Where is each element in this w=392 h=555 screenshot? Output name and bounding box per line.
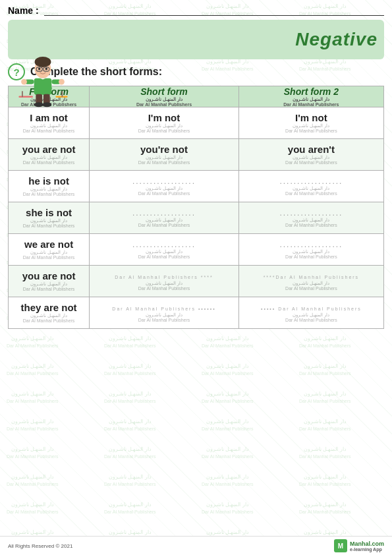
- header-short-form-2: Short form 2 دار المنهـل ناشـرونDar Al M…: [238, 86, 383, 107]
- short-form-2-cell[interactable]: .................. دار المنهـل ناشـرونDa…: [238, 202, 383, 234]
- copyright: All Rights Reserved © 2021: [8, 543, 72, 549]
- short-form-2-cell: I'm not دار المنهـل ناشـرونDar Al Manhal…: [238, 107, 383, 139]
- table-row: you are not دار المنهـل ناشـرونDar Al Ma…: [9, 266, 384, 297]
- footer: All Rights Reserved © 2021 M Manhal.com …: [0, 536, 392, 555]
- negative-title: Negative: [295, 29, 378, 50]
- svg-point-10: [21, 79, 27, 85]
- full-form-cell: you are not دار المنهـل ناشـرونDar Al Ma…: [9, 139, 90, 171]
- table-row: we are not دار المنهـل ناشـرونDar Al Man…: [9, 234, 384, 266]
- header-short-form: Short form دار المنهـل ناشـرونDar Al Man…: [90, 86, 239, 107]
- short-form-1-cell: you're not دار المنهـل ناشـرونDar Al Man…: [90, 139, 239, 171]
- boy-illustration: [13, 56, 72, 109]
- short-form-1-cell[interactable]: .................. دار المنهـل ناشـرونDa…: [90, 234, 239, 266]
- svg-point-15: [34, 102, 43, 107]
- table-row: he is not دار المنهـل ناشـرونDar Al Manh…: [9, 171, 384, 202]
- short-form-2-cell: you aren't دار المنهـل ناشـرونDar Al Man…: [238, 139, 383, 171]
- svg-rect-7: [34, 78, 52, 95]
- full-form-cell: you are not دار المنهـل ناشـرونDar Al Ma…: [9, 266, 90, 297]
- table-row: I am not دار المنهـل ناشـرونDar Al Manha…: [9, 107, 384, 139]
- table-row: she is not دار المنهـل ناشـرونDar Al Man…: [9, 202, 384, 234]
- short-form-2-cell[interactable]: ****Dar Al Manhal Publishers دار المنهـل…: [238, 266, 383, 297]
- short-form-2-cell[interactable]: .................. دار المنهـل ناشـرونDa…: [238, 171, 383, 202]
- logo-icon: M: [334, 539, 347, 552]
- full-form-cell: he is not دار المنهـل ناشـرونDar Al Manh…: [9, 171, 90, 202]
- name-section: Name :: [8, 5, 384, 16]
- footer-logo: M Manhal.com e-learning App: [334, 539, 384, 552]
- svg-point-3: [45, 68, 48, 71]
- short-form-1-cell[interactable]: Dar Al Manhal Publishers **** دار المنهـ…: [90, 266, 239, 297]
- short-form-1-cell[interactable]: Dar Al Manhal Publishers •••••• دار المن…: [90, 297, 239, 329]
- svg-point-1: [35, 57, 51, 67]
- svg-point-2: [38, 68, 41, 71]
- logo-sub: e-learning App: [350, 547, 384, 552]
- short-form-1-cell[interactable]: .................. دار المنهـل ناشـرونDa…: [90, 171, 239, 202]
- short-form-2-cell[interactable]: ••••• Dar Al Manhal Publishers دار المنه…: [238, 297, 383, 329]
- svg-rect-17: [19, 96, 33, 98]
- table-row: they are not دار المنهـل ناشـرونDar Al M…: [9, 297, 384, 329]
- name-label: Name :: [8, 5, 39, 16]
- full-form-cell: she is not دار المنهـل ناشـرونDar Al Man…: [9, 202, 90, 234]
- full-form-cell: I am not دار المنهـل ناشـرونDar Al Manha…: [9, 107, 90, 139]
- svg-point-16: [42, 102, 51, 107]
- short-form-1-cell[interactable]: .................. دار المنهـل ناشـرونDa…: [90, 202, 239, 234]
- full-form-cell: they are not دار المنهـل ناشـرونDar Al M…: [9, 297, 90, 329]
- short-form-1-cell: I'm not دار المنهـل ناشـرونDar Al Manhal…: [90, 107, 239, 139]
- name-input-line[interactable]: [44, 5, 384, 16]
- logo-text: Manhal.com: [350, 540, 384, 547]
- table-row: you are not دار المنهـل ناشـرونDar Al Ma…: [9, 139, 384, 171]
- full-form-cell: we are not دار المنهـل ناشـرونDar Al Man…: [9, 234, 90, 266]
- svg-point-11: [59, 79, 65, 85]
- forms-table: Full form دار المنهـل ناشـرونDar Al Manh…: [8, 86, 384, 329]
- negative-header: Negative: [8, 20, 384, 59]
- short-form-2-cell[interactable]: .................. دار المنهـل ناشـرونDa…: [238, 234, 383, 266]
